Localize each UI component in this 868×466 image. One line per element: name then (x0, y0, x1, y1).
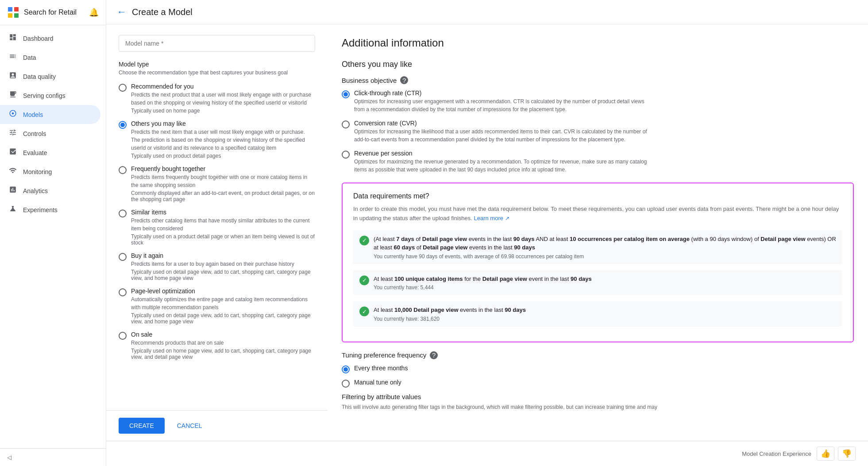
svg-rect-2 (8, 13, 12, 18)
req-item-1: ✓ (At least 7 days of Detail page view e… (353, 230, 842, 264)
sidebar-item-controls[interactable]: Controls (0, 124, 100, 143)
sidebar-label-evaluate: Evaluate (23, 149, 47, 156)
radio-buy-it-again[interactable] (119, 253, 127, 261)
radio-similar-items[interactable] (119, 210, 127, 217)
cancel-button[interactable]: CANCEL (170, 418, 209, 434)
req-main-2: At least 100 unique catalog items for th… (374, 275, 592, 283)
form-footer: CREATE CANCEL (106, 410, 328, 441)
option-title-buy-it-again: Buy it again (131, 252, 315, 259)
app-title: Search for Retail (24, 8, 77, 16)
option-title-similar-items: Similar items (131, 209, 315, 216)
sidebar-item-evaluate[interactable]: Evaluate (0, 143, 100, 162)
option-note-on-sale: Typically used on home page view, add to… (131, 348, 315, 360)
thumbs-up-icon[interactable]: 👍 (817, 447, 834, 461)
svg-point-4 (12, 113, 14, 115)
radio-rps[interactable] (342, 151, 350, 159)
left-panel: Model type Choose the recommendation typ… (106, 24, 328, 410)
collapse-icon: ◁ (7, 454, 12, 461)
collapse-sidebar-button[interactable]: ◁ (7, 454, 99, 461)
notification-icon[interactable]: 🔔 (89, 8, 99, 17)
req-sub-2: You currently have: 5,444 (374, 284, 592, 291)
sidebar-item-experiments[interactable]: Experiments (0, 200, 100, 219)
option-title-others-you-may-like: Others you may like (131, 120, 315, 127)
external-link-icon: ↗ (505, 215, 509, 221)
option-others-you-may-like[interactable]: Others you may like Predicts the next it… (119, 120, 315, 159)
bo-desc-rps: Optimizes for maximizing the revenue gen… (354, 158, 655, 174)
radio-page-level-optimization[interactable] (119, 288, 127, 296)
radio-ctr[interactable] (342, 90, 350, 98)
model-name-input[interactable] (119, 35, 315, 52)
data-quality-icon (9, 71, 17, 82)
bo-option-cvr[interactable]: Conversion rate (CVR) Optimizes for incr… (342, 120, 854, 144)
option-note-page-level-optimization: Typically used on detail page view, add … (131, 312, 315, 325)
req-item-3: ✓ At least 10,000 Detail page view event… (353, 301, 842, 326)
option-desc-buy-it-again: Predicts items for a user to buy again b… (131, 260, 315, 268)
radio-every-three-months[interactable] (342, 365, 350, 373)
radio-frequently-bought-together[interactable] (119, 166, 127, 174)
option-on-sale[interactable]: On sale Recommends products that are on … (119, 331, 315, 360)
sidebar-label-experiments: Experiments (23, 206, 58, 214)
sidebar-item-data-quality[interactable]: Data quality (0, 67, 100, 86)
thumbs-down-icon[interactable]: 👎 (838, 447, 856, 461)
svg-rect-0 (8, 7, 12, 12)
check-icon-1: ✓ (359, 236, 369, 245)
sidebar-item-data[interactable]: Data (0, 48, 100, 67)
option-similar-items[interactable]: Similar items Predicts other catalog ite… (119, 209, 315, 246)
radio-recommended-for-you[interactable] (119, 84, 127, 92)
model-creation-exp-label: Model Creation Experience (742, 450, 811, 457)
tune-option-manual-tune-only[interactable]: Manual tune only (342, 379, 854, 388)
models-icon (9, 109, 17, 120)
sidebar-nav: Dashboard Data Data quality Serving conf… (0, 25, 106, 448)
radio-on-sale[interactable] (119, 332, 127, 340)
option-frequently-bought-together[interactable]: Frequently bought together Predicts item… (119, 165, 315, 202)
sidebar-item-dashboard[interactable]: Dashboard (0, 29, 100, 48)
sidebar-label-controls: Controls (23, 130, 46, 137)
sidebar-label-monitoring: Monitoring (23, 168, 52, 175)
option-buy-it-again[interactable]: Buy it again Predicts items for a user t… (119, 252, 315, 281)
option-title-on-sale: On sale (131, 331, 315, 338)
sidebar-item-serving-configs[interactable]: Serving configs (0, 86, 100, 105)
option-desc-page-level-optimization: Automatically optimizes the entire page … (131, 295, 315, 311)
option-recommended-for-you[interactable]: Recommended for you Predicts the next pr… (119, 83, 315, 114)
radio-cvr[interactable] (342, 120, 350, 128)
option-page-level-optimization[interactable]: Page-level optimization Automatically op… (119, 287, 315, 325)
bo-option-ctr[interactable]: Click-through rate (CTR) Optimizes for i… (342, 89, 854, 113)
sidebar-item-monitoring[interactable]: Monitoring (0, 162, 100, 181)
radio-others-you-may-like[interactable] (119, 121, 127, 129)
sidebar-header: Search for Retail 🔔 (0, 0, 106, 25)
bo-desc-ctr: Optimizes for increasing user engagement… (354, 97, 655, 113)
sidebar-item-analytics[interactable]: Analytics (0, 181, 100, 200)
check-icon-2: ✓ (359, 276, 369, 285)
main-content: ← Create a Model Model type Choose the r… (106, 0, 868, 466)
check-icon-3: ✓ (359, 307, 369, 316)
app-logo-icon (7, 6, 19, 19)
business-objective-label: Business objective (342, 77, 397, 84)
sidebar-label-dashboard: Dashboard (23, 35, 54, 42)
tuning-help-icon[interactable]: ? (430, 351, 438, 359)
tuning-label: Tuning preference frequency (342, 351, 426, 359)
page-title: Create a Model (132, 7, 193, 17)
option-note-buy-it-again: Typically used on detail page view, add … (131, 269, 315, 281)
feedback-icons: 👍 👎 (817, 447, 856, 461)
sidebar-item-models[interactable]: Models (0, 105, 100, 124)
back-button[interactable]: ← (117, 6, 127, 18)
filtering-title: Filtering by attribute values (342, 393, 854, 400)
create-button[interactable]: CREATE (119, 418, 165, 434)
filtering-section: Filtering by attribute values This will … (342, 393, 854, 411)
option-desc-others-you-may-like: Predicts the next item that a user will … (131, 128, 315, 152)
tune-option-every-three-months[interactable]: Every three months (342, 365, 854, 373)
right-panel: Additional information Others you may li… (328, 24, 868, 441)
option-title-page-level-optimization: Page-level optimization (131, 287, 315, 295)
radio-manual-tune-only[interactable] (342, 380, 350, 388)
bo-option-rps[interactable]: Revenue per session Optimizes for maximi… (342, 150, 854, 174)
data-icon (9, 52, 17, 62)
learn-more-link[interactable]: Learn more (474, 215, 503, 221)
option-note-similar-items: Typically used on a product detail page … (131, 233, 315, 246)
option-desc-frequently-bought-together: Predicts items frequently bought togethe… (131, 173, 315, 189)
business-objective-help-icon[interactable]: ? (400, 76, 408, 84)
analytics-icon (9, 186, 17, 196)
main-body: Model type Choose the recommendation typ… (106, 24, 868, 441)
option-desc-on-sale: Recommends products that are on sale (131, 339, 315, 347)
req-main-1: (At least 7 days of Detail page view eve… (374, 235, 836, 252)
req-item-2: ✓ At least 100 unique catalog items for … (353, 270, 842, 295)
